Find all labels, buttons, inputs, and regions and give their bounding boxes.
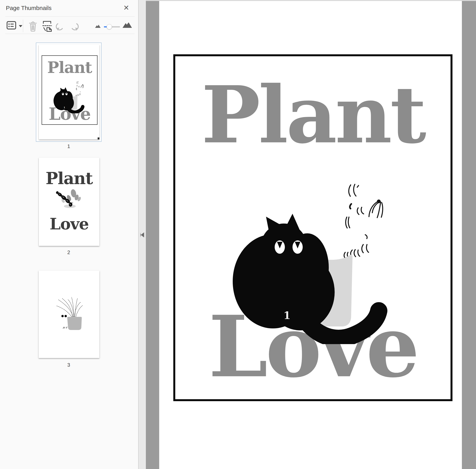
poster2-word-love: Love: [39, 216, 99, 232]
rotate-right-icon: [69, 21, 79, 32]
page-number-2: 2: [36, 249, 101, 255]
rotate-left-icon: [56, 21, 65, 32]
poster2-word-plant: Plant: [39, 170, 99, 187]
panel-title: Page Thumbnails: [6, 5, 51, 11]
thumbnail-item-3[interactable]: [39, 270, 99, 358]
thumbnail-item-1[interactable]: Plant Love: [36, 43, 101, 142]
mountain-large-icon: [123, 22, 132, 28]
poster-page-1: Plant Love: [159, 1, 462, 469]
document-viewer: Plant Love: [146, 0, 476, 469]
header-divider: [5, 17, 135, 17]
poster-word-plant: Plant: [42, 60, 97, 75]
zoom-in-icon[interactable]: [123, 22, 132, 29]
trash-icon: [29, 20, 37, 32]
delete-page-button[interactable]: [29, 20, 37, 32]
toolbar-separator: [23, 20, 23, 32]
view-options-button[interactable]: [6, 21, 16, 30]
poster-frame-main: Plant Love: [173, 54, 452, 401]
dropdown-caret-icon[interactable]: [19, 25, 22, 27]
document-page[interactable]: Plant Love: [159, 1, 462, 469]
zoom-out-icon[interactable]: [95, 24, 100, 29]
insert-page-button[interactable]: [42, 20, 52, 33]
rotate-left-button[interactable]: [56, 21, 65, 32]
slider-knob[interactable]: [107, 24, 112, 29]
view-options-icon: [6, 21, 16, 30]
cat-and-pot-illustration-main: [231, 183, 388, 344]
thumbnail-item-2[interactable]: Plant Love: [39, 158, 99, 246]
close-panel-button[interactable]: ✕: [122, 3, 131, 13]
rotate-right-button[interactable]: [69, 21, 79, 32]
thumbnails-panel: Page Thumbnails ✕: [0, 0, 138, 469]
cactus-illustration: [54, 187, 84, 209]
selection-corner-marker: [98, 137, 99, 139]
page-number-3: 3: [36, 362, 101, 368]
pdf-viewer-window: Page Thumbnails ✕: [0, 0, 476, 469]
poster-frame: Plant Love: [42, 55, 98, 125]
cat-and-pot-illustration: [53, 81, 84, 113]
mountain-small-icon: [95, 24, 100, 28]
insert-page-icon: [42, 20, 52, 32]
potted-plant-illustration: [54, 296, 84, 331]
poster-word-plant-main: Plant: [175, 75, 451, 154]
panel-splitter[interactable]: [138, 0, 146, 469]
page-number-1: 1: [36, 143, 101, 150]
poster-page-1-mini: Plant Love: [39, 45, 99, 139]
collapse-sidebar-button[interactable]: [140, 232, 144, 237]
thumbnail-page-1[interactable]: Plant Love: [39, 45, 99, 139]
toolbar-divider: [5, 34, 135, 34]
